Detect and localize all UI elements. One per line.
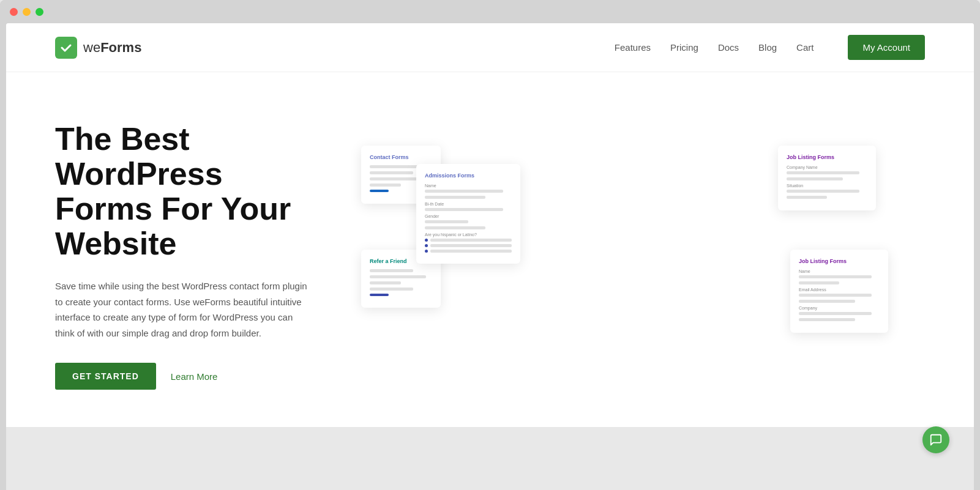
hero-actions: GET STARTED Learn More: [55, 363, 312, 390]
nav-links: Features Pricing Docs Blog Cart My Accou…: [615, 42, 925, 53]
logo-icon: [55, 37, 77, 59]
traffic-light-yellow[interactable]: [23, 8, 31, 16]
logo-area[interactable]: weForms: [55, 37, 141, 59]
hero-text: The Best WordPress Forms For Your Websit…: [55, 122, 312, 390]
form-card-admissions: Admissions Forms Name Bi-th Date Gender …: [416, 164, 520, 264]
nav-link-blog[interactable]: Blog: [758, 42, 777, 53]
browser-titlebar: [0, 0, 980, 23]
get-started-button[interactable]: GET STARTED: [55, 363, 156, 390]
hero-section: The Best WordPress Forms For Your Websit…: [6, 72, 974, 427]
hero-title: The Best WordPress Forms For Your Websit…: [55, 122, 312, 262]
navbar: weForms Features Pricing Docs Blog Cart …: [6, 23, 974, 72]
nav-link-docs[interactable]: Docs: [718, 42, 739, 53]
form-card-job-top: Job Listing Forms Company Name Situation: [778, 146, 876, 210]
admissions-form-title: Admissions Forms: [425, 173, 512, 179]
form-card-job-bottom: Job Listing Forms Name Email Address Com…: [790, 250, 888, 333]
nav-cta-button[interactable]: My Account: [848, 35, 925, 60]
traffic-light-red[interactable]: [10, 8, 18, 16]
chat-button[interactable]: [922, 426, 949, 453]
nav-link-features[interactable]: Features: [615, 42, 651, 53]
hero-illustration: Contact Forms Refer a Friend: [337, 127, 925, 384]
nav-link-cart[interactable]: Cart: [796, 42, 814, 53]
nav-link-pricing[interactable]: Pricing: [670, 42, 698, 53]
contact-form-title: Contact Forms: [370, 154, 432, 160]
job-bottom-form-title: Job Listing Forms: [799, 258, 880, 264]
job-top-form-title: Job Listing Forms: [787, 154, 867, 160]
learn-more-link[interactable]: Learn More: [171, 371, 218, 382]
logo-text: weForms: [83, 40, 141, 56]
chat-icon: [929, 433, 943, 447]
footer-band: [6, 427, 974, 490]
hero-description: Save time while using the best WordPress…: [55, 278, 312, 341]
browser-content: weForms Features Pricing Docs Blog Cart …: [6, 23, 974, 490]
traffic-light-green[interactable]: [36, 8, 43, 16]
